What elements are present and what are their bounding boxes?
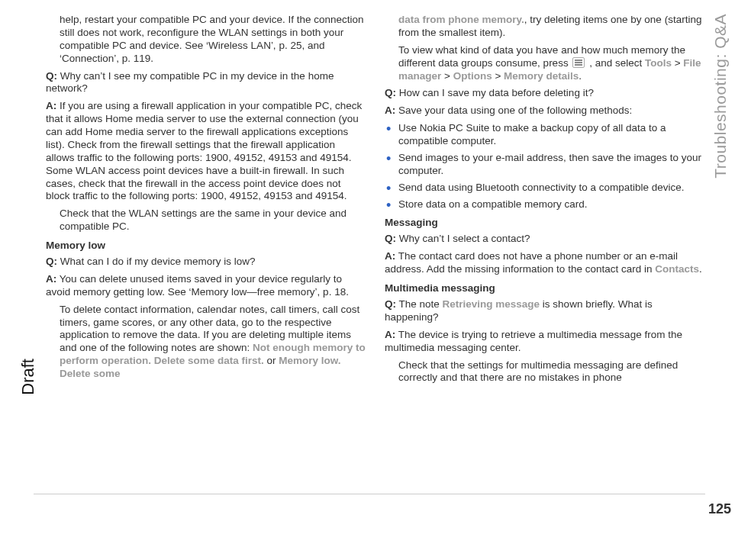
qa-block: A: The contact card does not have a phon… [385,250,705,276]
instruction-paragraph: To view what kind of data you have and h… [385,44,705,83]
answer: A: Save your data using one of the follo… [385,105,705,117]
answer: A: The device is trying to retrieve a mu… [385,329,705,355]
manual-page: Troubleshooting: Q&A Draft help, restart… [0,0,751,560]
list-item: Use Nokia PC Suite to make a backup copy… [398,122,705,148]
list-item: Store data on a compatible memory card. [398,198,705,211]
question: Q: What can I do if my device memory is … [46,256,366,269]
menu-key-icon [572,57,585,68]
q-text: What can I do if my device memory is low… [57,256,256,267]
a-label: A: [385,105,395,116]
draft-label-vertical: Draft [18,359,38,395]
continuation-paragraph: help, restart your compatible PC and you… [46,14,366,66]
a-text: You can delete unused items saved in you… [46,273,349,298]
a-label: A: [385,250,395,262]
page-number: 125 [708,501,731,517]
qa-block: A: Save your data using one of the follo… [385,105,705,117]
section-label-vertical: Troubleshooting: Q&A [711,14,730,179]
a-label: A: [46,100,56,111]
q-label: Q: [385,87,396,98]
qa-block: Q: Why can’t I see my compatible PC in m… [46,70,366,96]
bullet-list: Use Nokia PC Suite to make a backup copy… [385,122,705,211]
instr-b: , and select [586,57,645,69]
q-label: Q: [46,256,57,267]
q-text: Why can’t I select a contact? [396,233,530,244]
qa-block: A: You can delete unused items saved in … [46,273,366,381]
qa-block: Q: The note Retrieving message is shown … [385,298,705,324]
subheading-mms: Multimedia messaging [385,282,705,294]
qa-block: A: The device is trying to retrieve a mu… [385,329,705,385]
qa-block: A: If you are using a firewall applicati… [46,100,366,233]
answer-continuation: Check that the WLAN settings are the sam… [46,208,366,233]
q-label: Q: [385,233,396,244]
ui-note-text: Retrieving message [443,298,540,310]
q-text: Why can’t I see my compatible PC in my d… [46,70,334,95]
qa-block: Q: Why can’t I select a contact? [385,233,705,246]
period: . [579,70,582,82]
q-label: Q: [46,70,57,82]
a-text: The device is trying to retrieve a multi… [385,329,682,353]
a-text: Save your data using one of the followin… [395,105,632,116]
qa-block: Q: How can I save my data before deletin… [385,87,705,100]
list-item: Send images to your e-mail address, then… [398,152,705,178]
a-label: A: [46,273,56,285]
footer-rule [34,494,705,494]
menu-path-options: Options [453,70,492,82]
answer: A: You can delete unused items saved in … [46,273,366,299]
question: Q: Why can’t I see my compatible PC in m… [46,70,366,96]
column-left: help, restart your compatible PC and you… [46,14,366,389]
or-text: or [264,355,279,366]
qa-block: Q: What can I do if my device memory is … [46,256,366,269]
q-label: Q: [385,298,396,310]
sep: > [441,70,453,82]
menu-path-tools: Tools [645,57,672,69]
ui-note-text: data from phone memory. [398,14,524,25]
answer: A: If you are using a firewall applicati… [46,100,366,203]
answer-continuation: Check that the settings for multimedia m… [385,359,705,385]
period: . [699,263,702,275]
question: Q: The note Retrieving message is shown … [385,298,705,324]
subheading-memory-low: Memory low [46,240,366,251]
q-text-a: The note [396,298,443,310]
column-right: data from phone memory., try deleting it… [385,14,705,389]
list-item: Send data using Bluetooth connectivity t… [398,182,705,195]
a-text: The contact card does not have a phone n… [385,250,678,275]
answer: A: The contact card does not have a phon… [385,250,705,276]
app-name-contacts: Contacts [655,263,699,275]
menu-path-memory-details: Memory details [504,70,579,82]
continuation-paragraph: data from phone memory., try deleting it… [385,14,705,40]
sep: > [672,57,683,69]
subheading-messaging: Messaging [385,217,705,228]
sep: > [492,70,504,82]
question: Q: Why can’t I select a contact? [385,233,705,246]
two-column-layout: help, restart your compatible PC and you… [46,14,705,389]
question: Q: How can I save my data before deletin… [385,87,705,100]
answer-continuation: To delete contact information, calendar … [46,304,366,381]
q-text: How can I save my data before deleting i… [396,87,594,98]
a-text: If you are using a firewall application … [46,100,362,201]
a-label: A: [385,329,395,340]
